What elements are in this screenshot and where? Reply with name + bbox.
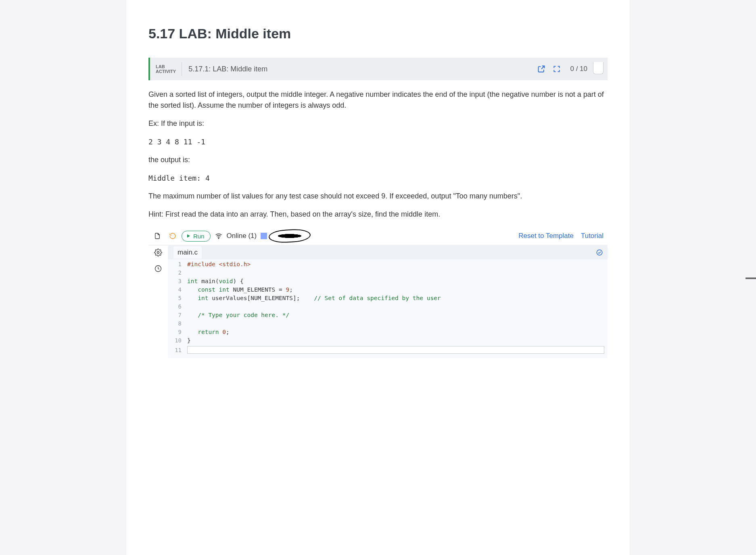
code-line[interactable]: 7 /* Type your code here. */ (168, 312, 608, 320)
svg-point-1 (157, 252, 159, 254)
code-line[interactable]: 11 (168, 346, 608, 354)
code-line[interactable]: 10} (168, 337, 608, 346)
lab-badge-line1: LAB (156, 64, 176, 69)
code-line[interactable]: 2 (168, 269, 608, 278)
tutorial-link[interactable]: Tutorial (581, 232, 604, 240)
line-number: 11 (168, 347, 187, 353)
fullscreen-icon[interactable] (552, 65, 561, 73)
desc-p1: Given a sorted list of integers, output … (148, 89, 608, 111)
line-number: 6 (168, 303, 187, 310)
check-circle-icon[interactable] (595, 248, 604, 257)
redacted-username (270, 232, 309, 240)
output-example: Middle item: 4 (148, 173, 608, 184)
open-external-icon[interactable] (537, 65, 546, 73)
history-clock-icon[interactable] (153, 263, 163, 274)
desc-p3: the output is: (148, 154, 608, 165)
file-tab-bar: main.c (168, 246, 608, 259)
active-line-input[interactable] (187, 346, 604, 354)
ide-toolbar: Run Online (1) Reset to Template Tutoria… (148, 227, 608, 245)
page: 5.17 LAB: Middle item LAB ACTIVITY 5.17.… (126, 0, 630, 555)
code-content: const int NUM_ELEMENTS = 9; (187, 286, 293, 293)
svg-point-3 (597, 250, 602, 255)
line-number: 8 (168, 320, 187, 327)
code-line[interactable]: 8 (168, 320, 608, 329)
code-line[interactable]: 6 (168, 303, 608, 312)
undo-icon[interactable] (165, 230, 180, 242)
code-content: int userValues[NUM_ELEMENTS]; // Set of … (187, 295, 441, 301)
input-example: 2 3 4 8 11 -1 (148, 136, 608, 147)
desc-p5: Hint: First read the data into an array.… (148, 209, 608, 220)
code-line[interactable]: 9 return 0; (168, 329, 608, 337)
code-line[interactable]: 3int main(void) { (168, 278, 608, 286)
code-content: int main(void) { (187, 278, 244, 284)
wifi-icon (215, 232, 223, 240)
ide-side-gutter (148, 246, 168, 358)
line-number: 4 (168, 286, 187, 293)
code-content: return 0; (187, 329, 230, 335)
problem-description: Given a sorted list of integers, output … (148, 89, 608, 220)
lab-badge: LAB ACTIVITY (150, 62, 182, 76)
ide-body: main.c 1#include <stdio.h>23int main(voi… (148, 245, 608, 358)
ide-left-icons (150, 230, 180, 242)
line-number: 5 (168, 295, 187, 301)
code-line[interactable]: 4 const int NUM_ELEMENTS = 9; (168, 286, 608, 295)
settings-gear-icon[interactable] (153, 247, 163, 258)
activity-title: 5.17.1: LAB: Middle item (182, 65, 534, 73)
activity-header: LAB ACTIVITY 5.17.1: LAB: Middle item 0 … (148, 58, 608, 80)
score-display: 0 / 10 (570, 65, 587, 73)
page-title: 5.17 LAB: Middle item (148, 26, 608, 42)
run-button-label: Run (193, 233, 205, 240)
line-number: 3 (168, 278, 187, 284)
file-tab[interactable]: main.c (173, 246, 202, 259)
line-number: 7 (168, 312, 187, 318)
code-content: #include <stdio.h> (187, 261, 251, 267)
lab-badge-line2: ACTIVITY (156, 69, 176, 74)
code-editor[interactable]: 1#include <stdio.h>23int main(void) {4 c… (168, 259, 608, 358)
reset-to-template-link[interactable]: Reset to Template (518, 232, 574, 240)
line-number: 2 (168, 269, 187, 276)
user-color-swatch (261, 233, 267, 239)
desc-p2: Ex: If the input is: (148, 118, 608, 129)
line-number: 1 (168, 261, 187, 267)
bookmark-tab-icon[interactable] (593, 62, 604, 74)
code-content: } (187, 337, 191, 344)
line-number: 9 (168, 329, 187, 335)
new-file-icon[interactable] (150, 230, 165, 242)
run-button[interactable]: Run (182, 231, 211, 242)
code-content: /* Type your code here. */ (187, 312, 289, 318)
code-line[interactable]: 1#include <stdio.h> (168, 261, 608, 269)
desc-p4: The maximum number of list values for an… (148, 191, 608, 202)
line-number: 10 (168, 337, 187, 344)
ide-main: main.c 1#include <stdio.h>23int main(voi… (168, 246, 608, 358)
svg-point-0 (218, 238, 219, 239)
code-line[interactable]: 5 int userValues[NUM_ELEMENTS]; // Set o… (168, 295, 608, 303)
side-handle-icon[interactable] (746, 278, 756, 279)
online-label: Online (1) (227, 232, 257, 240)
